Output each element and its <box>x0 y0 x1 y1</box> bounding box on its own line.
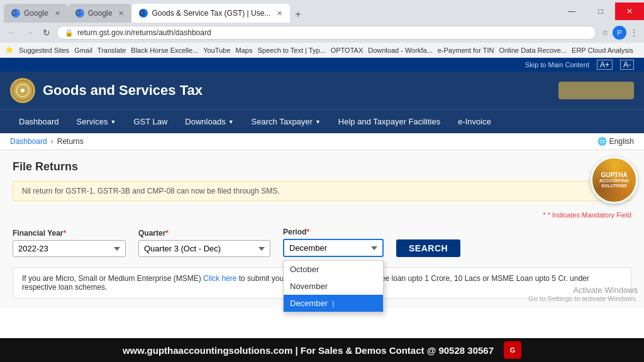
bookmark-epayment[interactable]: e-Payment for TIN <box>438 47 494 54</box>
downloads-dropdown-arrow: ▼ <box>228 119 234 125</box>
breadcrumb-separator: › <box>51 137 53 146</box>
period-dropdown-october[interactable]: October <box>284 261 383 278</box>
period-dropdown-november[interactable]: November <box>284 278 383 295</box>
loan-click-here-link[interactable]: Click here <box>203 274 236 283</box>
site-header: Goods and Services Tax <box>0 72 644 109</box>
language-selector[interactable]: 🌐 English <box>597 137 634 146</box>
search-taxpayer-dropdown-arrow: ▼ <box>315 119 321 125</box>
tab3-label: Goods & Service Tax (GST) | Use... <box>152 9 270 18</box>
financial-year-group: Financial Year* 2020-21 2021-22 2022-23 … <box>13 229 126 257</box>
tab2-label: Google <box>88 9 113 18</box>
activate-windows: Activate Windows Go to Settings to activ… <box>528 285 638 302</box>
quarter-group: Quarter* Quarter 1 (Apr - Jun) Quarter 2… <box>138 229 270 257</box>
breadcrumb-bar: Dashboard › Returns 🌐 English <box>0 133 644 150</box>
nav-dashboard-label: Dashboard <box>19 117 59 126</box>
form-row: Financial Year* 2020-21 2021-22 2022-23 … <box>13 228 631 257</box>
bookmark-black-horse[interactable]: Black Horse Excelle... <box>131 47 198 54</box>
content-area: File Returns Nil return for GSTR-1, GSTR… <box>0 150 644 309</box>
guptha-text: GUPTHA <box>601 172 627 178</box>
period-group: Period* October November December Octobe… <box>283 228 384 257</box>
tab2-close[interactable]: ✕ <box>118 9 124 18</box>
tab2-favicon: G <box>75 9 84 18</box>
skip-to-main-link[interactable]: Skip to Main Content <box>525 61 589 69</box>
bookmark-online-data[interactable]: Online Data Recove... <box>499 47 567 54</box>
accessibility-plus[interactable]: A+ <box>597 60 613 70</box>
mandatory-note: * * Indicates Mandatory Field <box>543 211 631 219</box>
activate-line2: Go to Settings to activate Windows. <box>528 295 638 302</box>
services-dropdown-arrow: ▼ <box>110 119 116 125</box>
header-right-logo <box>558 82 634 99</box>
site-footer: www.gupthaaccountingsolutions.com | For … <box>0 338 644 362</box>
footer-logo: G <box>504 341 521 359</box>
forward-button[interactable]: → <box>23 26 36 39</box>
activate-line1: Activate Windows <box>528 285 638 295</box>
globe-icon: 🌐 <box>597 137 607 146</box>
accessibility-minus[interactable]: A- <box>620 60 634 70</box>
bookmark-youtube[interactable]: YouTube <box>203 47 230 54</box>
main-nav: Dashboard Services ▼ GST Law Downloads ▼… <box>0 109 644 133</box>
browser-tab-2[interactable]: G Google ✕ <box>68 4 132 23</box>
guptha-subtitle: ACCOUNTINGSOLUTIONS <box>599 178 629 189</box>
address-bar-row: ← → ↻ 🔒 return.gst.gov.in/returns/auth/d… <box>0 23 644 43</box>
nav-gst-law[interactable]: GST Law <box>125 111 176 133</box>
nav-help-label: Help and Taxpayer Facilities <box>338 117 440 126</box>
bookmark-maps[interactable]: Maps <box>236 47 253 54</box>
financial-year-label: Financial Year* <box>13 229 126 238</box>
nav-search-taxpayer-label: Search Taxpayer <box>252 117 313 126</box>
bookmark-suggested-sites[interactable]: Suggested Sites <box>19 47 69 54</box>
breadcrumb-returns: Returns <box>57 137 84 146</box>
p-required: * <box>306 228 309 236</box>
more-btn[interactable]: ⋮ <box>629 28 639 38</box>
language-label: English <box>609 137 634 146</box>
bookmark-gmail[interactable]: Gmail <box>74 47 92 54</box>
breadcrumb-dashboard[interactable]: Dashboard <box>10 137 47 146</box>
nav-einvoice-label: e-Invoice <box>458 117 491 126</box>
site-title: Goods and Services Tax <box>43 82 203 99</box>
nav-services[interactable]: Services ▼ <box>68 111 125 133</box>
bookmark-download[interactable]: Download - Workfa... <box>368 47 433 54</box>
bookmarks-bar: ⭐ Suggested Sites Gmail Translate Black … <box>0 43 644 58</box>
q-required: * <box>165 229 169 238</box>
bookmark-erp[interactable]: ERP Cloud Analysis <box>572 47 633 54</box>
bookmark-speech[interactable]: Speech to Text | Typ... <box>257 47 325 54</box>
utility-bar: Skip to Main Content A+ A- <box>0 58 644 72</box>
period-label: Period* <box>283 228 384 236</box>
back-button[interactable]: ← <box>5 26 19 39</box>
browser-tab-1[interactable]: G Google ✕ <box>4 4 68 23</box>
bookmark-btn[interactable]: ☆ <box>600 28 610 38</box>
bookmark-star-icon: ⭐ <box>5 46 14 54</box>
nav-downloads[interactable]: Downloads ▼ <box>176 111 242 133</box>
period-select[interactable]: October November December <box>283 239 384 257</box>
quarter-select[interactable]: Quarter 1 (Apr - Jun) Quarter 2 (Jul - S… <box>138 240 270 257</box>
bookmark-optotax[interactable]: OPTOTAX <box>331 47 364 54</box>
tab1-close[interactable]: ✕ <box>55 9 60 18</box>
tab1-favicon: G <box>11 9 20 18</box>
bookmark-translate[interactable]: Translate <box>97 47 126 54</box>
profile-btn[interactable]: P <box>613 26 626 40</box>
minimize-button[interactable]: — <box>557 3 586 20</box>
new-tab-button[interactable]: + <box>290 6 306 23</box>
period-dropdown-december[interactable]: December | <box>284 295 383 312</box>
nav-einvoice[interactable]: e-Invoice <box>449 111 500 133</box>
search-button[interactable]: SEARCH <box>396 239 460 257</box>
tab1-label: Google <box>24 9 48 18</box>
financial-year-select[interactable]: 2020-21 2021-22 2022-23 2023-24 <box>13 240 126 257</box>
emblem-logo <box>10 78 35 103</box>
maximize-button[interactable]: □ <box>586 3 615 20</box>
reload-button[interactable]: ↻ <box>40 26 53 39</box>
logo-area: Goods and Services Tax <box>10 78 203 103</box>
footer-text: www.gupthaaccountingsolutions.com | For … <box>123 345 494 356</box>
nav-gst-law-label: GST Law <box>133 117 167 126</box>
address-bar[interactable]: 🔒 return.gst.gov.in/returns/auth/dashboa… <box>57 26 596 40</box>
nav-search-taxpayer[interactable]: Search Taxpayer ▼ <box>243 111 330 133</box>
tab3-favicon: G <box>139 9 148 18</box>
nav-dashboard[interactable]: Dashboard <box>10 111 68 133</box>
mandatory-text: * Indicates Mandatory Field <box>548 211 631 219</box>
tab3-close[interactable]: ✕ <box>277 9 282 18</box>
browser-tab-3[interactable]: G Goods & Service Tax (GST) | Use... ✕ <box>131 4 290 23</box>
close-window-button[interactable]: ✕ <box>615 3 644 20</box>
svg-point-2 <box>21 89 25 92</box>
nav-help[interactable]: Help and Taxpayer Facilities <box>330 111 449 133</box>
quarter-label: Quarter* <box>138 229 270 238</box>
mandatory-asterisk: * <box>543 211 547 219</box>
